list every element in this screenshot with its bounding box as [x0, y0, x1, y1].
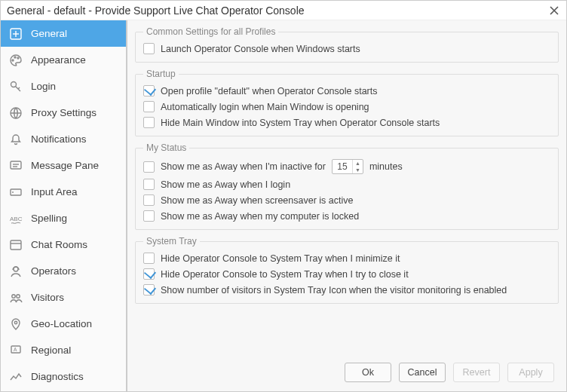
button-row: Ok Cancel Revert Apply — [135, 358, 559, 385]
sidebar-item-label: General — [31, 28, 67, 39]
label-away-screensaver: Show me as Away when screensaver is acti… — [161, 195, 353, 206]
label-show-visitors: Show number of visitors in System Tray I… — [161, 285, 507, 296]
sidebar-item-operators[interactable]: Operators — [1, 258, 126, 284]
sidebar-item-visitors[interactable]: Visitors — [1, 284, 126, 311]
operator-icon — [8, 264, 23, 279]
sidebar-item-label: Visitors — [31, 292, 64, 303]
label-open-profile: Open profile "default" when Operator Con… — [161, 86, 378, 96]
sidebar-item-label: Chat Rooms — [31, 239, 87, 250]
group-common: Common Settings for all Profiles Launch … — [135, 26, 559, 63]
sliders-icon — [8, 26, 23, 41]
sidebar-item-geo-location[interactable]: Geo-Location — [1, 311, 126, 337]
group-startup-legend: Startup — [143, 69, 179, 79]
sidebar-item-login[interactable]: Login — [1, 73, 126, 100]
main: GeneralAppearanceLoginProxy SettingsNoti… — [1, 20, 566, 391]
input-icon — [8, 185, 23, 200]
sidebar-item-label: Login — [31, 81, 56, 92]
sidebar-item-diagnostics[interactable]: Diagnostics — [1, 363, 126, 390]
checkbox-away-locked[interactable] — [143, 210, 155, 222]
cancel-button[interactable]: Cancel — [399, 363, 446, 382]
svg-point-19 — [14, 321, 17, 323]
sidebar-item-chat-rooms[interactable]: Chat Rooms — [1, 231, 126, 258]
sidebar-item-label: Diagnostics — [31, 371, 84, 382]
label-away-inactive-post: minutes — [369, 161, 403, 172]
title-bar: General - default - Provide Support Live… — [1, 1, 566, 20]
minutes-input[interactable] — [333, 161, 352, 172]
bell-icon — [8, 132, 23, 147]
checkbox-launch[interactable] — [143, 43, 155, 54]
checkbox-hide-minimize[interactable] — [143, 253, 155, 264]
sidebar-item-input-area[interactable]: Input Area — [1, 179, 126, 205]
people-icon — [8, 290, 23, 305]
sidebar-item-proxy-settings[interactable]: Proxy Settings — [1, 100, 126, 126]
spinner-down-icon[interactable]: ▼ — [353, 167, 363, 173]
sidebar-item-label: Regional — [31, 345, 71, 356]
close-button[interactable] — [547, 3, 562, 18]
label-auto-login: Automatically login when Main Window is … — [161, 102, 369, 112]
sidebar-item-label: Message Pane — [31, 160, 99, 171]
diag-icon — [8, 369, 23, 384]
label-away-login: Show me as Away when I login — [161, 179, 290, 190]
svg-rect-14 — [11, 240, 21, 250]
apply-button: Apply — [507, 363, 554, 382]
svg-point-3 — [12, 60, 14, 61]
group-common-legend: Common Settings for all Profiles — [143, 26, 278, 37]
group-tray-legend: System Tray — [143, 236, 200, 247]
checkbox-away-screensaver[interactable] — [143, 194, 155, 206]
content: Common Settings for all Profiles Launch … — [127, 20, 566, 391]
svg-text:ABC: ABC — [10, 216, 23, 222]
svg-point-6 — [11, 81, 17, 87]
label-away-inactive-pre: Show me as Away when I'm inactive for — [161, 161, 326, 172]
window-icon — [8, 237, 23, 253]
globe-icon — [8, 106, 23, 121]
checkbox-auto-login[interactable] — [143, 101, 155, 112]
sidebar-item-general[interactable]: General — [1, 20, 126, 47]
sidebar-item-label: Notifications — [31, 133, 87, 145]
sidebar: GeneralAppearanceLoginProxy SettingsNoti… — [1, 20, 127, 391]
sidebar-item-appearance[interactable]: Appearance — [1, 47, 126, 73]
group-mystatus: My Status Show me as Away when I'm inact… — [135, 142, 559, 230]
ok-button[interactable]: Ok — [345, 363, 391, 382]
checkbox-away-login[interactable] — [143, 179, 155, 190]
message-icon — [8, 158, 23, 173]
row-launch: Launch Operator Console when Windows sta… — [143, 43, 550, 54]
key-icon — [8, 79, 23, 94]
minutes-spinner[interactable]: ▲ ▼ — [332, 159, 363, 174]
svg-point-17 — [12, 294, 15, 297]
spinner-up-icon[interactable]: ▲ — [353, 160, 363, 167]
svg-point-4 — [14, 57, 16, 58]
checkbox-show-visitors[interactable] — [143, 284, 155, 296]
label-launch: Launch Operator Console when Windows sta… — [161, 44, 360, 54]
label-hide-close: Hide Operator Console to System Tray whe… — [161, 269, 409, 280]
svg-text:A: A — [14, 347, 17, 352]
sidebar-item-message-pane[interactable]: Message Pane — [1, 152, 126, 179]
checkbox-hide-close[interactable] — [143, 268, 155, 280]
svg-point-18 — [17, 294, 20, 297]
close-icon — [550, 6, 559, 15]
sidebar-item-label: Input Area — [31, 186, 78, 198]
sidebar-item-label: Geo-Location — [31, 318, 92, 329]
sidebar-item-label: Spelling — [31, 213, 67, 224]
svg-point-5 — [17, 57, 19, 59]
flag-icon: A — [8, 343, 23, 358]
window-title: General - default - Provide Support Live… — [7, 5, 547, 17]
spinner-arrows[interactable]: ▲ ▼ — [352, 160, 363, 173]
sidebar-item-regional[interactable]: ARegional — [1, 337, 126, 363]
label-hide-minimize: Hide Operator Console to System Tray whe… — [161, 253, 400, 264]
sidebar-item-label: Appearance — [31, 54, 86, 66]
group-startup: Startup Open profile "default" when Oper… — [135, 69, 559, 136]
label-away-locked: Show me as Away when my computer is lock… — [161, 211, 359, 222]
svg-rect-11 — [11, 189, 21, 195]
sidebar-item-label: Operators — [31, 265, 76, 277]
checkbox-away-inactive[interactable] — [143, 161, 155, 173]
group-tray: System Tray Hide Operator Console to Sys… — [135, 236, 559, 304]
pin-icon — [8, 317, 23, 332]
sidebar-item-notifications[interactable]: Notifications — [1, 126, 126, 152]
abc-icon: ABC — [8, 211, 23, 226]
sidebar-item-label: Proxy Settings — [31, 107, 97, 118]
checkbox-hide-main[interactable] — [143, 117, 155, 128]
checkbox-open-profile[interactable] — [143, 85, 155, 96]
sidebar-item-spelling[interactable]: ABCSpelling — [1, 205, 126, 231]
revert-button: Revert — [453, 363, 500, 382]
label-hide-main: Hide Main Window into System Tray when O… — [161, 118, 440, 128]
